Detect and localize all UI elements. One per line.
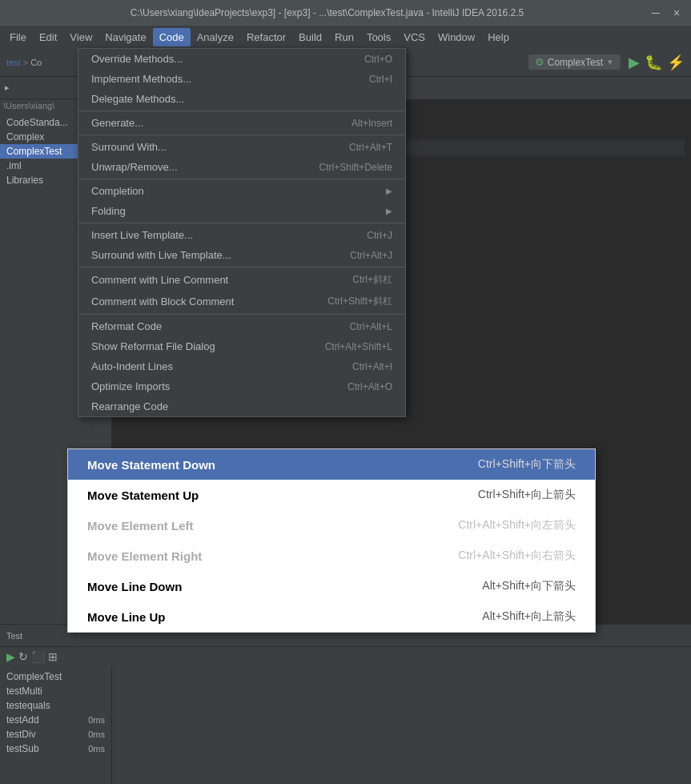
menu-item-vcs[interactable]: VCS	[397, 28, 432, 46]
code-menu-item-comment-line[interactable]: Comment with Line CommentCtrl+斜杠	[78, 269, 405, 291]
breadcrumb-complextest: Co	[30, 58, 42, 67]
move-menu-item-move-line-down[interactable]: Move Line DownAlt+Shift+向下箭头	[68, 571, 595, 601]
separator-separator4	[78, 223, 405, 223]
test-name-testmulti: testMulti	[6, 685, 42, 697]
test-item-testmulti[interactable]: testMulti	[0, 684, 111, 698]
run-tests-icon[interactable]: ▶	[6, 650, 15, 663]
breadcrumb-test: test	[6, 58, 21, 67]
code-menu-label-completion: Completion	[91, 185, 370, 197]
cover-button[interactable]: ⚡	[667, 54, 685, 71]
sidebar-header-label: ▸	[5, 82, 10, 93]
code-menu-label-implement-methods: Implement Methods...	[91, 73, 353, 85]
move-menu-shortcut-move-elem-left: Ctrl+Alt+Shift+向左箭头	[458, 518, 576, 533]
menu-item-run[interactable]: Run	[328, 28, 360, 46]
test-name-complextest: ComplexTest	[6, 671, 62, 682]
test-item-testdiv[interactable]: testDiv0ms	[0, 727, 111, 742]
code-menu-shortcut-comment-line: Ctrl+斜杠	[352, 273, 392, 287]
move-menu-item-move-stmt-up[interactable]: Move Statement UpCtrl+Shift+向上箭头	[68, 480, 595, 510]
move-menu-label-move-elem-left: Move Element Left	[87, 519, 194, 533]
test-name-testsub: testSub	[6, 743, 39, 754]
code-menu-item-implement-methods[interactable]: Implement Methods...Ctrl+I	[78, 69, 405, 89]
code-menu-dropdown[interactable]: Override Methods...Ctrl+OImplement Metho…	[78, 48, 406, 417]
menu-bar: FileEditViewNavigateCodeAnalyzeRefactorB…	[0, 26, 691, 48]
expand-icon[interactable]: ⊞	[48, 650, 58, 663]
code-menu-label-folding: Folding	[91, 205, 370, 217]
code-menu-label-comment-block: Comment with Block Comment	[91, 296, 311, 308]
menu-item-file[interactable]: File	[3, 28, 33, 46]
code-menu-item-unwrap-remove[interactable]: Unwrap/Remove...Ctrl+Shift+Delete	[78, 157, 405, 177]
code-menu-label-rearrange-code: Rearrange Code	[91, 400, 376, 412]
move-menu-item-move-elem-right: Move Element RightCtrl+Alt+Shift+向右箭头	[68, 541, 595, 571]
test-item-testadd[interactable]: testAdd0ms	[0, 713, 111, 727]
bottom-panel: Test ▶ ↻ ⬛ ⊞ ComplexTesttestMultitestequ…	[0, 624, 691, 784]
test-time-testsub: 0ms	[88, 744, 105, 754]
code-menu-label-auto-indent: Auto-Indent Lines	[91, 360, 336, 372]
move-menu-label-move-elem-right: Move Element Right	[87, 549, 202, 563]
code-menu-item-auto-indent[interactable]: Auto-Indent LinesCtrl+Alt+I	[78, 356, 405, 376]
code-menu-arrow-folding: ▶	[386, 207, 392, 215]
code-menu-shortcut-comment-block: Ctrl+Shift+斜杠	[327, 295, 392, 308]
code-menu-shortcut-surround-with: Ctrl+Alt+T	[349, 142, 392, 153]
code-menu-arrow-completion: ▶	[386, 187, 392, 195]
menu-item-view[interactable]: View	[63, 28, 98, 46]
move-menu-item-move-line-up[interactable]: Move Line UpAlt+Shift+向上箭头	[68, 601, 595, 632]
stop-icon[interactable]: ⬛	[31, 650, 45, 663]
code-menu-item-folding[interactable]: Folding▶	[78, 201, 405, 221]
separator-separator6	[78, 314, 405, 315]
menu-item-navigate[interactable]: Navigate	[98, 28, 152, 46]
test-item-testequals[interactable]: testequals	[0, 698, 111, 713]
title-bar: C:\Users\xiang\IdeaProjects\exp3] - [exp…	[0, 0, 691, 26]
code-menu-item-reformat-code[interactable]: Reformat CodeCtrl+Alt+L	[78, 316, 405, 336]
code-menu-item-rearrange-code[interactable]: Rearrange Code	[78, 396, 405, 416]
code-menu-shortcut-reformat-code: Ctrl+Alt+L	[350, 321, 392, 332]
code-menu-item-surround-with[interactable]: Surround With...Ctrl+Alt+T	[78, 137, 405, 157]
menu-item-edit[interactable]: Edit	[33, 28, 63, 46]
bottom-panel-toolbar: ▶ ↻ ⬛ ⊞	[0, 647, 691, 666]
code-menu-item-surround-live-template[interactable]: Surround with Live Template...Ctrl+Alt+J	[78, 245, 405, 265]
code-menu-item-optimize-imports[interactable]: Optimize ImportsCtrl+Alt+O	[78, 376, 405, 396]
rerun-icon[interactable]: ↻	[18, 650, 28, 663]
code-menu-item-delegate-methods[interactable]: Delegate Methods...	[78, 89, 405, 109]
code-menu-item-override-methods[interactable]: Override Methods...Ctrl+O	[78, 49, 405, 69]
test-time-testdiv: 0ms	[88, 730, 105, 739]
menu-item-refactor[interactable]: Refactor	[240, 28, 292, 46]
test-name-testequals: testequals	[6, 700, 50, 711]
close-btn[interactable]: ×	[669, 6, 685, 19]
menu-item-window[interactable]: Window	[432, 28, 481, 46]
run-config-icon: ⚙	[535, 56, 544, 68]
separator-separator3	[78, 179, 405, 179]
run-config-label: ComplexTest	[548, 57, 603, 68]
code-menu-item-completion[interactable]: Completion▶	[78, 181, 405, 201]
menu-item-analyze[interactable]: Analyze	[191, 28, 240, 46]
separator-separator1	[78, 111, 405, 111]
menu-item-build[interactable]: Build	[292, 28, 328, 46]
run-button[interactable]: ▶	[629, 54, 640, 71]
test-name-testadd: testAdd	[6, 714, 39, 726]
code-menu-label-show-reformat: Show Reformat File Dialog	[91, 340, 309, 352]
test-time-testadd: 0ms	[88, 715, 105, 725]
code-menu-item-comment-block[interactable]: Comment with Block CommentCtrl+Shift+斜杠	[78, 291, 405, 312]
move-menu-item-move-elem-left: Move Element LeftCtrl+Alt+Shift+向左箭头	[68, 510, 595, 541]
minimize-btn[interactable]: ─	[648, 6, 664, 19]
move-menu-label-move-line-down: Move Line Down	[87, 580, 182, 593]
move-menu-dropdown[interactable]: Move Statement DownCtrl+Shift+向下箭头Move S…	[67, 448, 596, 633]
menu-item-tools[interactable]: Tools	[360, 28, 397, 46]
move-menu-item-move-stmt-down[interactable]: Move Statement DownCtrl+Shift+向下箭头	[68, 449, 595, 480]
code-menu-shortcut-optimize-imports: Ctrl+Alt+O	[348, 381, 392, 392]
menu-item-help[interactable]: Help	[481, 28, 516, 46]
menu-item-code[interactable]: Code	[153, 28, 191, 46]
run-config-dropdown[interactable]: ⚙ ComplexTest ▼	[528, 54, 621, 70]
test-item-testsub[interactable]: testSub0ms	[0, 742, 111, 756]
code-menu-label-unwrap-remove: Unwrap/Remove...	[91, 161, 303, 173]
debug-button[interactable]: 🐛	[645, 54, 662, 71]
code-menu-shortcut-unwrap-remove: Ctrl+Shift+Delete	[319, 162, 392, 173]
code-menu-item-insert-live-template[interactable]: Insert Live Template...Ctrl+J	[78, 225, 405, 245]
move-menu-label-move-line-up: Move Line Up	[87, 610, 166, 624]
code-menu-item-show-reformat[interactable]: Show Reformat File DialogCtrl+Alt+Shift+…	[78, 336, 405, 356]
test-item-complextest[interactable]: ComplexTest	[0, 669, 111, 684]
code-menu-item-generate[interactable]: Generate...Alt+Insert	[78, 113, 405, 133]
code-menu-label-generate: Generate...	[91, 117, 335, 129]
code-menu-label-insert-live-template: Insert Live Template...	[91, 229, 351, 241]
bottom-panel-title: Test	[6, 631, 22, 641]
code-menu-label-comment-line: Comment with Line Comment	[91, 274, 336, 286]
